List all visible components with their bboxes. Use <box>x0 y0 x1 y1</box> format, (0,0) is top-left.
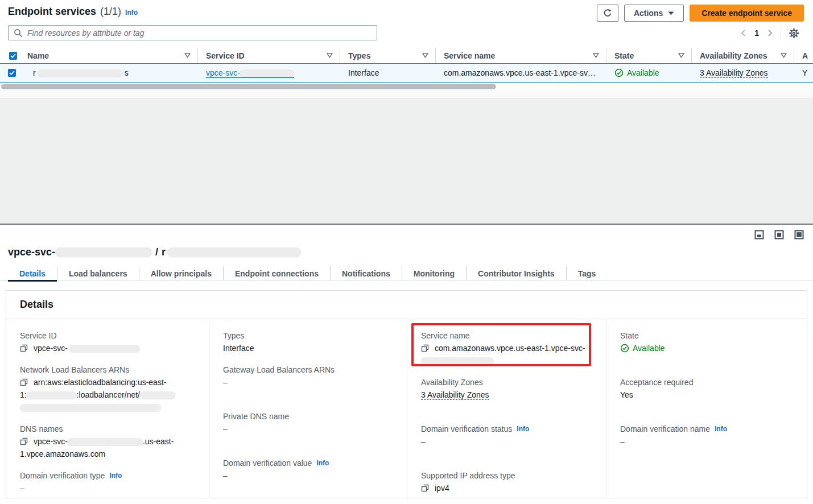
refresh-button[interactable] <box>597 5 618 22</box>
column-header-types[interactable]: Types <box>340 48 436 63</box>
redacted-text <box>240 69 294 77</box>
filter-caret-icon[interactable] <box>327 53 333 58</box>
search-icon <box>9 28 27 38</box>
row-types-cell: Interface <box>340 68 436 77</box>
availability-zones-popover-link[interactable]: 3 Availability Zones <box>421 390 489 400</box>
panel-title: vpce-svc-/r <box>8 246 301 258</box>
tab-details[interactable]: Details <box>8 266 57 280</box>
redacted-text <box>167 247 301 257</box>
column-header-name[interactable]: Name <box>25 48 198 63</box>
field-gateway-lb-arns: Gateway Load Balancers ARNs – <box>223 363 393 389</box>
details-card-header: Details <box>6 291 807 319</box>
field-domain-verification-value: Domain verification value Info – <box>223 457 393 482</box>
check-circle-icon <box>620 342 629 354</box>
field-availability-zones: Availability Zones 3 Availability Zones <box>421 376 592 401</box>
tab-endpoint-connections[interactable]: Endpoint connections <box>223 266 330 280</box>
info-link[interactable]: Info <box>517 423 529 435</box>
table-header: Name Service ID Types Service name State… <box>0 48 813 63</box>
details-column-3: Service name com.amazonaws.vpce.us-east-… <box>407 319 606 498</box>
field-acceptance-required: Acceptance required Yes <box>620 376 793 401</box>
column-header-service-id[interactable]: Service ID <box>198 48 340 63</box>
filter-caret-icon[interactable] <box>593 53 599 58</box>
row-state-cell: Available <box>606 68 692 77</box>
settings-gear-icon[interactable] <box>789 28 799 39</box>
actions-button[interactable]: Actions <box>624 5 684 22</box>
create-endpoint-service-button[interactable]: Create endpoint service <box>690 5 804 22</box>
filter-caret-icon[interactable] <box>422 53 428 58</box>
table-row[interactable]: r s vpce-svc- Interface com.amazonaws.vp… <box>0 63 813 82</box>
details-column-2: Types Interface Gateway Load Balancers A… <box>209 319 407 498</box>
redacted-text <box>55 247 152 257</box>
copy-icon[interactable] <box>20 344 28 352</box>
tab-tags[interactable]: Tags <box>566 266 608 280</box>
details-column-4: State Available <box>606 319 807 498</box>
info-link[interactable]: Info <box>109 469 122 482</box>
status-badge: Available <box>627 68 659 77</box>
field-nlb-arns: Network Load Balancers ARNs arn:aws:elas… <box>20 363 195 414</box>
panel-size-small-icon[interactable] <box>754 230 764 239</box>
filter-caret-icon[interactable] <box>678 53 684 58</box>
row-checkbox[interactable] <box>8 69 16 77</box>
copy-icon[interactable] <box>421 344 429 352</box>
row-name-cell: r s <box>25 68 198 77</box>
row-clipped-cell: Y <box>794 68 813 77</box>
tab-notifications[interactable]: Notifications <box>330 266 402 280</box>
search-box <box>8 25 377 40</box>
caret-down-icon <box>668 11 674 15</box>
field-service-name: Service name com.amazonaws.vpce.us-east-… <box>421 329 592 367</box>
panel-size-medium-icon[interactable] <box>774 230 784 239</box>
filter-caret-icon[interactable] <box>781 53 787 58</box>
row-service-name-cell: com.amazonaws.vpce.us-east-1.vpce-sv… <box>436 68 606 77</box>
tab-load-balancers[interactable]: Load balancers <box>57 266 139 280</box>
redacted-text <box>140 391 175 399</box>
status-badge: Available <box>633 342 665 354</box>
filter-caret-icon[interactable] <box>184 53 191 58</box>
info-link[interactable]: Info <box>715 423 727 435</box>
page-header: Endpoint services (1/1) Info <box>8 6 138 18</box>
column-header-availability-zones[interactable]: Availability Zones <box>692 48 794 63</box>
column-header-service-name[interactable]: Service name <box>436 48 606 63</box>
refresh-icon <box>603 9 612 18</box>
page-title: Endpoint services <box>8 6 96 18</box>
details-card: Details Service ID vpce-svc- Network Loa… <box>6 290 807 498</box>
current-page[interactable]: 1 <box>754 28 759 38</box>
panel-size-large-icon[interactable] <box>794 230 804 239</box>
header-actions: Actions Create endpoint service <box>597 5 804 22</box>
info-link[interactable]: Info <box>316 457 329 469</box>
tab-contributor-insights[interactable]: Contributor Insights <box>466 266 566 280</box>
horizontal-scrollbar-track[interactable] <box>0 84 813 90</box>
service-id-link[interactable]: vpce-svc- <box>206 68 294 78</box>
redacted-text <box>69 345 140 352</box>
field-service-id: Service ID vpce-svc- <box>20 329 195 354</box>
row-service-id-cell: vpce-svc- <box>198 68 340 78</box>
column-header-clipped[interactable]: A <box>794 48 813 63</box>
redacted-text <box>27 391 77 399</box>
title-info-link[interactable]: Info <box>125 9 138 16</box>
pagination: 1 <box>740 26 799 40</box>
redacted-text <box>68 438 143 445</box>
detail-split-panel: vpce-svc-/r Details Load balancers Allow… <box>0 225 813 504</box>
redacted-text <box>20 404 161 411</box>
availability-zones-popover-link[interactable]: 3 Availability Zones <box>700 68 768 78</box>
copy-icon[interactable] <box>20 378 28 386</box>
select-all-checkbox[interactable] <box>9 52 17 60</box>
redacted-text <box>38 69 123 77</box>
field-types: Types Interface <box>223 329 393 354</box>
check-circle-icon <box>614 68 624 77</box>
copy-icon[interactable] <box>421 484 429 492</box>
tab-monitoring[interactable]: Monitoring <box>402 266 466 280</box>
search-input[interactable] <box>27 26 377 40</box>
tab-allow-principals[interactable]: Allow principals <box>139 266 223 280</box>
endpoint-services-section: Endpoint services (1/1) Info Actions Cre… <box>0 0 813 91</box>
column-header-state[interactable]: State <box>606 48 692 63</box>
field-state: State Available <box>620 329 793 354</box>
next-page-chevron-icon[interactable] <box>766 29 773 37</box>
background-area <box>0 98 813 224</box>
field-supported-ip-type: Supported IP address type ipv4 <box>421 469 592 494</box>
actions-button-label: Actions <box>634 9 663 18</box>
previous-page-chevron-icon[interactable] <box>740 29 747 37</box>
horizontal-scrollbar-thumb[interactable] <box>1 84 496 89</box>
field-private-dns-name: Private DNS name – <box>223 410 393 435</box>
copy-icon[interactable] <box>20 437 28 445</box>
row-availability-zones-cell: 3 Availability Zones <box>692 68 794 78</box>
